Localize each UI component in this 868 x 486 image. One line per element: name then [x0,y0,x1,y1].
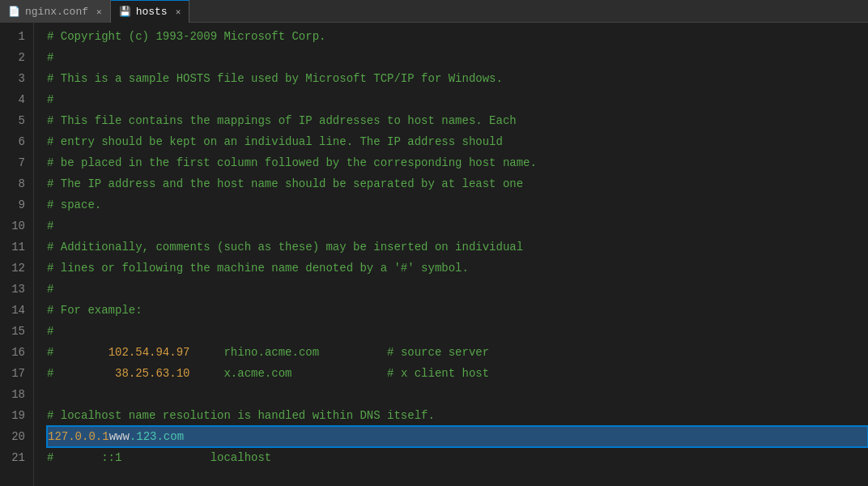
comment-text: # Copyright (c) 1993-2009 Microsoft Corp… [47,26,326,47]
comment-text: # [47,321,53,342]
inline-comment: # x client host [291,363,489,384]
line-number: 19 [0,405,33,426]
code-line: # Copyright (c) 1993-2009 Microsoft Corp… [47,26,868,47]
line-number: 10 [0,215,33,237]
file-icon: 📄 [8,6,20,18]
line-number: 12 [0,258,33,279]
line-number: 18 [0,384,33,405]
tab-label: nginx.conf [25,6,88,18]
tab-close-icon[interactable]: ✕ [96,6,102,17]
tab-label: hosts [136,6,168,18]
code-line: # be placed in the first column followed… [47,152,868,173]
ip: 102.54.94.97 [108,342,190,363]
comment-text: # be placed in the first column followed… [47,152,537,173]
comment-text: # lines or following the machine name de… [47,258,469,279]
line-number: 5 [0,110,33,131]
code-line: # Additionally, comments (such as these)… [47,237,868,258]
comment-text: # [47,279,53,300]
code-line: # The IP address and the host name shoul… [47,173,868,194]
editor-area: 123456789101112131415161718192021 # Copy… [0,23,868,486]
comment-text: # This file contains the mappings of IP … [47,110,517,131]
line-number: 15 [0,321,33,342]
line-number: 9 [0,194,33,215]
line-number: 6 [0,131,33,152]
tab-nginx-conf[interactable]: 📄 nginx.conf ✕ [0,0,111,23]
code-line: # This is a sample HOSTS file used by Mi… [47,68,868,89]
code-line: # [47,279,868,300]
hash: # [47,342,108,363]
code-line: # entry should be kept on an individual … [47,131,868,152]
hostname: rhino.acme.com [223,342,319,363]
comment-text: # [47,47,53,68]
line-number: 3 [0,68,33,89]
domain-text: .123.com [130,426,184,447]
comment-text: # This is a sample HOSTS file used by Mi… [47,68,503,89]
comment-text: # [47,215,53,237]
comment-text: # The IP address and the host name shoul… [47,173,523,194]
comment-text: # For example: [47,300,143,321]
file-icon: 💾 [119,6,131,18]
line-number: 4 [0,89,33,110]
code-content[interactable]: # Copyright (c) 1993-2009 Microsoft Corp… [34,23,868,486]
hostname: x.acme.com [223,363,291,384]
code-line: # 102.54.94.97 rhino.acme.com # source s… [47,342,868,363]
line-number: 16 [0,342,33,363]
code-line: # For example: [47,300,868,321]
line-numbers: 123456789101112131415161718192021 [0,23,34,486]
comment-text: # space. [47,194,101,215]
comment-text: # Additionally, comments (such as these)… [47,237,523,258]
comment-text: # ::1 localhost [47,447,271,468]
tab-bar: 📄 nginx.conf ✕ 💾 hosts ✕ [0,0,868,23]
line-number: 17 [0,363,33,384]
comment-text: # [47,89,53,110]
code-line [47,384,868,405]
hash: # [47,363,115,384]
inline-comment: # source server [319,342,489,363]
code-line: # [47,47,868,68]
spacing [189,342,223,363]
tab-hosts[interactable]: 💾 hosts ✕ [111,0,190,23]
line-number: 7 [0,152,33,173]
line-number: 8 [0,173,33,194]
code-line: # space. [47,194,868,215]
code-line: # [47,321,868,342]
ip: 38.25.63.10 [115,363,189,384]
code-line: # [47,215,868,237]
code-line: # This file contains the mappings of IP … [47,110,868,131]
line-number: 2 [0,47,33,68]
tab-close-icon[interactable]: ✕ [176,6,181,17]
ip-address: 127.0.0.1 [48,426,109,447]
line-number: 14 [0,300,33,321]
line-number: 1 [0,26,33,47]
comment-text: # localhost name resolution is handled w… [47,405,435,426]
code-line: # lines or following the machine name de… [47,258,868,279]
code-line: # [47,89,868,110]
www-text: www [109,426,130,447]
spacing [189,363,223,384]
code-line: # ::1 localhost [47,447,868,468]
code-line: # localhost name resolution is handled w… [47,405,868,426]
line-number: 13 [0,279,33,300]
comment-text: # entry should be kept on an individual … [47,131,503,152]
code-line: 127.0.0.1 www.123.com [47,426,868,447]
code-line: # 38.25.63.10 x.acme.com # x client host [47,363,868,384]
line-number: 11 [0,237,33,258]
line-number: 21 [0,447,33,468]
line-number: 20 [0,426,33,447]
